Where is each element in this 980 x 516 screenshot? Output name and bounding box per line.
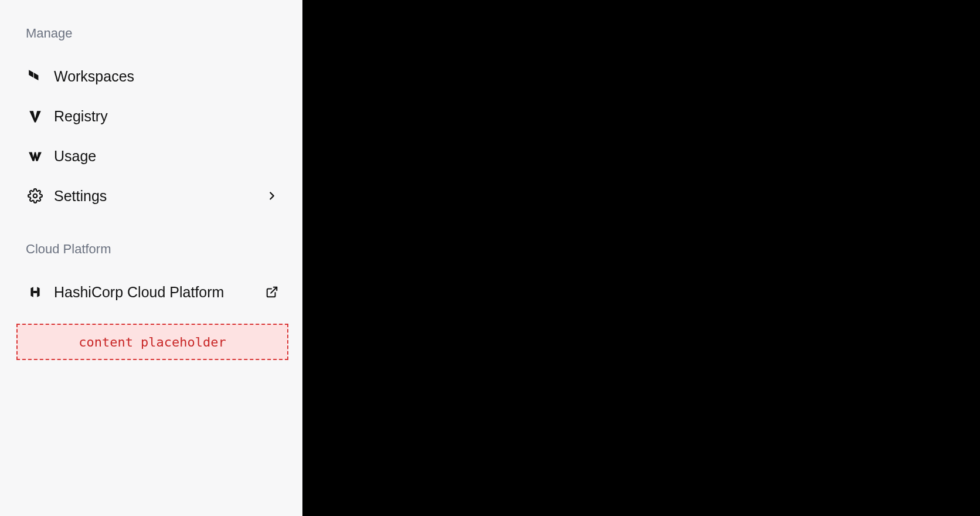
- sidebar-item-settings[interactable]: Settings: [26, 176, 286, 216]
- sidebar-item-workspaces[interactable]: Workspaces: [26, 56, 286, 96]
- sidebar-section-cloud: Cloud Platform HashiCorp Cloud Platform: [26, 242, 286, 312]
- svg-rect-1: [33, 291, 38, 293]
- sidebar-item-registry[interactable]: Registry: [26, 96, 286, 136]
- sidebar-item-hcp[interactable]: HashiCorp Cloud Platform: [26, 272, 286, 312]
- sidebar-item-label: Settings: [54, 188, 254, 205]
- sidebar-item-usage[interactable]: Usage: [26, 136, 286, 176]
- sidebar-item-label: Workspaces: [54, 68, 285, 85]
- sidebar: Manage: [0, 0, 302, 516]
- external-link-icon: [265, 285, 279, 299]
- app-root: Manage: [0, 0, 980, 516]
- sidebar-section-manage: Manage: [26, 26, 286, 216]
- section-title-cloud: Cloud Platform: [26, 242, 286, 257]
- vagrant-icon: [27, 108, 43, 124]
- sidebar-item-label: HashiCorp Cloud Platform: [54, 284, 254, 301]
- terraform-icon: [27, 68, 43, 84]
- chevron-right-icon: [265, 189, 279, 203]
- sidebar-item-label: Registry: [54, 108, 285, 125]
- svg-line-2: [271, 287, 277, 293]
- svg-point-0: [33, 194, 38, 198]
- sidebar-item-label: Usage: [54, 148, 285, 165]
- main-content: [302, 0, 980, 516]
- hashicorp-icon: [27, 284, 43, 300]
- waypoint-icon: [27, 148, 43, 164]
- gear-icon: [27, 188, 43, 204]
- content-placeholder: content placeholder: [16, 324, 288, 360]
- content-placeholder-label: content placeholder: [79, 335, 226, 349]
- section-title-manage: Manage: [26, 26, 286, 41]
